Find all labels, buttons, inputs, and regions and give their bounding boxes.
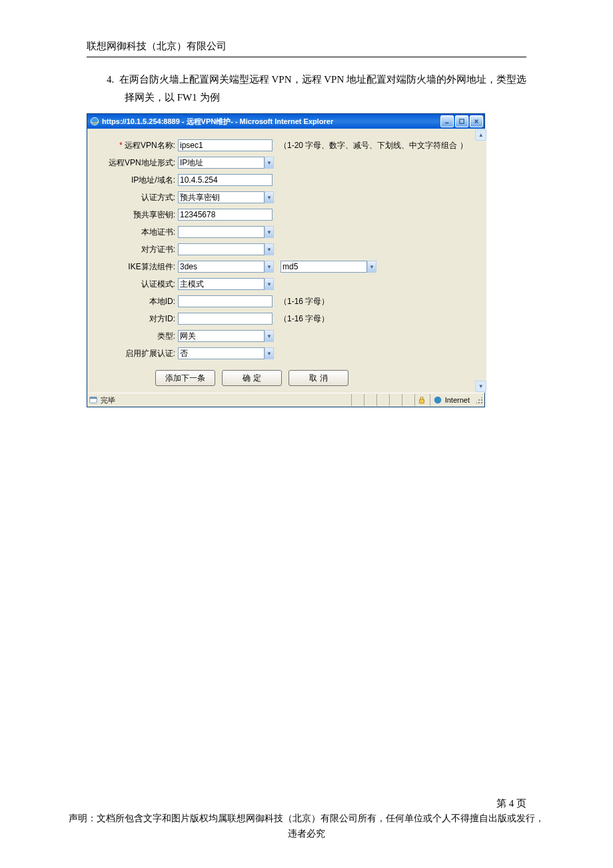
page-number: 第 4 页 <box>40 797 526 810</box>
add-next-button[interactable]: 添加下一条 <box>155 370 215 386</box>
label-ext-auth: 启用扩展认证: <box>95 348 178 359</box>
titlebar: https://10.1.5.254:8889 - 远程VPN维护- - Mic… <box>87 114 484 129</box>
addr-type-dropdown-icon[interactable]: ▼ <box>265 157 274 169</box>
addr-type-select[interactable] <box>178 157 265 169</box>
vpn-name-input[interactable] <box>178 139 273 151</box>
step-text: 在两台防火墙上配置网关端型远程 VPN，远程 VPN 地址配置对端防火墙的外网地… <box>119 74 526 103</box>
vertical-scrollbar[interactable]: ▲ ▼ <box>476 129 486 393</box>
ike-hash-select[interactable] <box>281 261 367 273</box>
label-addr-type: 远程VPN地址形式: <box>95 157 178 169</box>
step-number: 4. <box>107 74 114 85</box>
label-psk: 预共享密钥: <box>95 209 178 221</box>
auth-select[interactable] <box>178 191 265 203</box>
hint-peer-id: （1-16 字母） <box>279 313 329 325</box>
maximize-button[interactable] <box>455 115 468 127</box>
label-local-cert: 本地证书: <box>95 227 178 238</box>
window-title: https://10.1.5.254:8889 - 远程VPN维护- - Mic… <box>102 117 440 127</box>
scroll-down-icon[interactable]: ▼ <box>475 381 486 392</box>
local-cert-select[interactable] <box>178 226 265 238</box>
svg-rect-2 <box>460 119 464 123</box>
auth-mode-select[interactable] <box>178 278 265 290</box>
hint-local-id: （1-16 字母） <box>279 296 329 307</box>
doc-header: 联想网御科技（北京）有限公司 <box>87 40 573 55</box>
auth-dropdown-icon[interactable]: ▼ <box>265 191 274 203</box>
lock-icon <box>418 396 426 404</box>
ip-input[interactable] <box>178 174 273 186</box>
label-local-id: 本地ID: <box>95 296 178 307</box>
label-peer-id: 对方ID: <box>95 313 178 325</box>
statusbar: 完毕 Inte <box>87 393 484 407</box>
label-auth-mode: 认证模式: <box>95 279 178 290</box>
label-peer-cert: 对方证书: <box>95 244 178 255</box>
local-id-input[interactable] <box>178 295 273 307</box>
internet-zone-icon <box>433 395 442 405</box>
ike-enc-select[interactable] <box>178 261 265 273</box>
auth-mode-dropdown-icon[interactable]: ▼ <box>265 278 274 290</box>
svg-rect-1 <box>445 123 449 124</box>
label-auth: 认证方式: <box>95 192 178 203</box>
status-text: 完毕 <box>101 395 115 405</box>
label-ip: IP地址/域名: <box>95 175 178 186</box>
resize-grip[interactable] <box>474 395 484 405</box>
peer-cert-select[interactable] <box>178 243 265 255</box>
label-name: * 远程VPN名称: <box>95 140 178 151</box>
ie-icon <box>90 117 99 126</box>
svg-point-6 <box>434 397 441 404</box>
cancel-button[interactable]: 取 消 <box>289 370 348 386</box>
svg-rect-4 <box>90 397 97 399</box>
hint-name: （1-20 字母、数字、减号、下划线、中文字符组合 ） <box>279 140 468 151</box>
peer-cert-dropdown-icon[interactable]: ▼ <box>265 243 274 255</box>
type-dropdown-icon[interactable]: ▼ <box>265 330 274 342</box>
type-select[interactable] <box>178 330 265 342</box>
ie-window: https://10.1.5.254:8889 - 远程VPN维护- - Mic… <box>87 113 485 407</box>
ike-hash-dropdown-icon[interactable]: ▼ <box>367 261 376 273</box>
step-paragraph: 4. 在两台防火墙上配置网关端型远程 VPN，远程 VPN 地址配置对端防火墙的… <box>107 71 526 107</box>
scroll-up-icon[interactable]: ▲ <box>475 129 486 141</box>
label-type: 类型: <box>95 331 178 342</box>
svg-rect-5 <box>419 399 424 403</box>
label-ike: IKE算法组件: <box>95 261 178 273</box>
close-button[interactable] <box>470 115 483 127</box>
psk-input[interactable] <box>178 209 273 221</box>
status-zone: Internet <box>445 396 470 404</box>
done-icon <box>89 395 98 405</box>
svg-point-0 <box>91 117 98 125</box>
disclaimer: 声明：文档所包含文字和图片版权均属联想网御科技（北京）有限公司所有，任何单位或个… <box>40 811 573 841</box>
ext-auth-dropdown-icon[interactable]: ▼ <box>265 347 274 359</box>
ok-button[interactable]: 确 定 <box>222 370 282 386</box>
header-rule <box>87 57 526 57</box>
peer-id-input[interactable] <box>178 313 273 325</box>
local-cert-dropdown-icon[interactable]: ▼ <box>265 226 274 238</box>
ike-enc-dropdown-icon[interactable]: ▼ <box>265 261 274 273</box>
form-area: * 远程VPN名称: （1-20 字母、数字、减号、下划线、中文字符组合 ） 远… <box>87 129 476 393</box>
minimize-button[interactable] <box>440 115 454 127</box>
ext-auth-select[interactable] <box>178 347 265 359</box>
